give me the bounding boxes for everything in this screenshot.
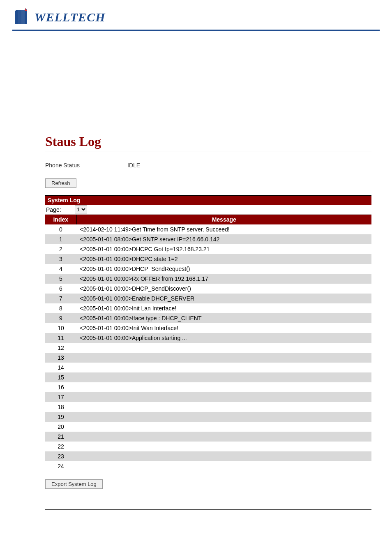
table-row: 10<2005-01-01 00:00>Init Wan Interface!: [45, 323, 371, 333]
row-index: 5: [45, 274, 76, 284]
logo: WELLTECH: [12, 8, 380, 26]
row-message: <2014-02-10 11:49>Get Time from SNTP ser…: [76, 224, 371, 234]
table-row: 2<2005-01-01 00:00>DHCPC Got Ip=192.168.…: [45, 244, 371, 254]
table-row: 18: [45, 402, 371, 412]
row-message: [76, 353, 371, 363]
logo-icon: [12, 8, 32, 26]
table-row: 24: [45, 461, 371, 471]
row-index: 19: [45, 412, 76, 422]
page-title: Staus Log: [45, 134, 371, 149]
column-header-index: Index: [45, 215, 76, 224]
phone-status-value: IDLE: [127, 162, 140, 169]
header: WELLTECH: [0, 0, 392, 31]
row-message: <2005-01-01 00:00>DHCP_SendRequest(): [76, 264, 371, 274]
table-row: 14: [45, 363, 371, 372]
row-index: 7: [45, 294, 76, 303]
row-message: [76, 392, 371, 402]
table-row: 7<2005-01-01 00:00>Enable DHCP_SERVER: [45, 294, 371, 303]
page-selector-row: Page: 1: [45, 205, 371, 215]
row-message: <2005-01-01 00:00>Init Wan Interface!: [76, 323, 371, 333]
row-message: <2005-01-01 00:00>DHCPC Got Ip=192.168.2…: [76, 244, 371, 254]
brand-text: WELLTECH: [35, 10, 105, 24]
refresh-button[interactable]: Refresh: [45, 178, 76, 188]
phone-status-label: Phone Status: [45, 162, 127, 169]
row-message: [76, 382, 371, 392]
table-row: 20: [45, 422, 371, 432]
row-index: 3: [45, 254, 76, 264]
row-message: [76, 402, 371, 412]
page-selector-label: Page:: [45, 206, 75, 213]
table-row: 8<2005-01-01 00:00>Init Lan Interface!: [45, 303, 371, 313]
row-index: 21: [45, 432, 76, 442]
table-row: 3<2005-01-01 00:00>DHCPC state 1=2: [45, 254, 371, 264]
row-index: 9: [45, 313, 76, 323]
table-row: 6<2005-01-01 00:00>DHCP_SendDiscover(): [45, 284, 371, 294]
row-message: <2005-01-01 00:00>Rx OFFER from 192.168.…: [76, 274, 371, 284]
table-row: 9<2005-01-01 00:00>Iface type : DHCP_CLI…: [45, 313, 371, 323]
title-divider: [45, 152, 371, 152]
export-system-log-button[interactable]: Export System Log: [45, 479, 103, 489]
table-row: 16: [45, 382, 371, 392]
row-message: <2005-01-01 00:00>DHCP_SendDiscover(): [76, 284, 371, 294]
row-message: <2005-01-01 00:00>Application starting .…: [76, 333, 371, 343]
row-index: 23: [45, 451, 76, 461]
table-row: 1<2005-01-01 08:00>Get SNTP server IP=21…: [45, 234, 371, 244]
row-index: 10: [45, 323, 76, 333]
row-message: <2005-01-01 00:00>DHCPC state 1=2: [76, 254, 371, 264]
row-index: 12: [45, 343, 76, 353]
row-message: [76, 343, 371, 353]
row-message: [76, 372, 371, 382]
row-message: [76, 412, 371, 422]
system-log-title: System Log: [45, 195, 371, 205]
row-index: 1: [45, 234, 76, 244]
table-row: 5<2005-01-01 00:00>Rx OFFER from 192.168…: [45, 274, 371, 284]
row-message: [76, 422, 371, 432]
table-row: 0<2014-02-10 11:49>Get Time from SNTP se…: [45, 224, 371, 234]
row-index: 16: [45, 382, 76, 392]
row-message: <2005-01-01 08:00>Get SNTP server IP=216…: [76, 234, 371, 244]
row-message: <2005-01-01 00:00>Init Lan Interface!: [76, 303, 371, 313]
page-select[interactable]: 1: [75, 206, 87, 213]
table-row: 12: [45, 343, 371, 353]
content: Staus Log Phone Status IDLE Refresh Syst…: [0, 31, 392, 501]
row-index: 6: [45, 284, 76, 294]
table-row: 17: [45, 392, 371, 402]
row-index: 17: [45, 392, 76, 402]
row-index: 13: [45, 353, 76, 363]
row-index: 8: [45, 303, 76, 313]
table-row: 15: [45, 372, 371, 382]
table-row: 11<2005-01-01 00:00>Application starting…: [45, 333, 371, 343]
row-index: 22: [45, 442, 76, 451]
table-row: 13: [45, 353, 371, 363]
table-row: 22: [45, 442, 371, 451]
row-index: 2: [45, 244, 76, 254]
phone-status-row: Phone Status IDLE: [45, 162, 371, 169]
column-header-message: Message: [76, 215, 371, 224]
row-message: [76, 432, 371, 442]
row-index: 14: [45, 363, 76, 372]
row-index: 24: [45, 461, 76, 471]
row-index: 20: [45, 422, 76, 432]
row-message: [76, 363, 371, 372]
table-row: 4<2005-01-01 00:00>DHCP_SendRequest(): [45, 264, 371, 274]
row-message: <2005-01-01 00:00>Iface type : DHCP_CLIE…: [76, 313, 371, 323]
row-index: 0: [45, 224, 76, 234]
row-index: 11: [45, 333, 76, 343]
row-index: 18: [45, 402, 76, 412]
table-row: 19: [45, 412, 371, 422]
row-index: 15: [45, 372, 76, 382]
system-log-table: Index Message 0<2014-02-10 11:49>Get Tim…: [45, 215, 371, 471]
table-row: 21: [45, 432, 371, 442]
row-index: 4: [45, 264, 76, 274]
row-message: [76, 442, 371, 451]
row-message: <2005-01-01 00:00>Enable DHCP_SERVER: [76, 294, 371, 303]
table-row: 23: [45, 451, 371, 461]
row-message: [76, 451, 371, 461]
footer-divider: [45, 509, 371, 510]
row-message: [76, 461, 371, 471]
